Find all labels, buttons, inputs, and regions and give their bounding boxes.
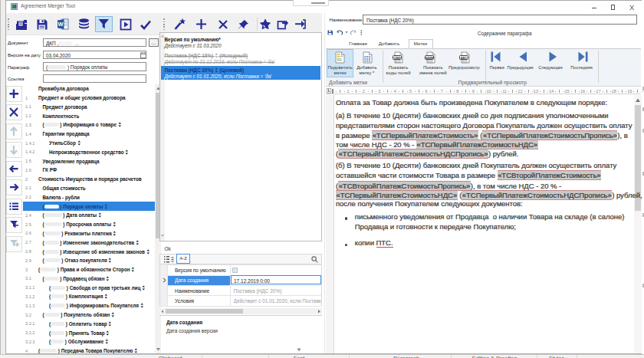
svg-text:CMD: CMD xyxy=(393,56,400,60)
svg-text:ABC: ABC xyxy=(461,56,468,60)
svg-text:W: W xyxy=(58,21,64,28)
svg-text:NAME: NAME xyxy=(425,56,434,60)
